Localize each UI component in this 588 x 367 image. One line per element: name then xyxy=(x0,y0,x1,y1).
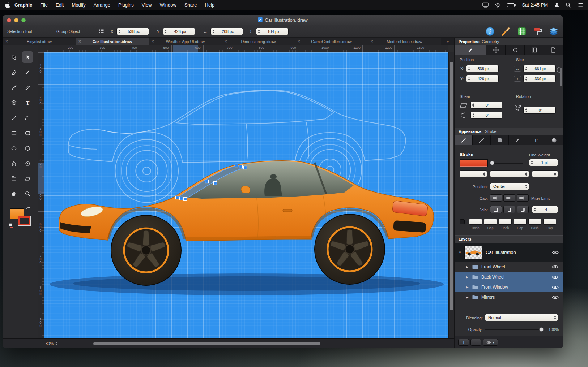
selection-tool[interactable] xyxy=(8,51,20,63)
layer-options-button[interactable]: ▾ xyxy=(483,339,498,346)
tab-stroke[interactable] xyxy=(455,135,473,145)
tab-shape[interactable] xyxy=(506,45,525,55)
wifi-icon[interactable] xyxy=(495,3,501,8)
dash-enable-checkbox[interactable] xyxy=(460,219,465,224)
battery-icon[interactable] xyxy=(507,3,516,7)
menu-window[interactable]: Window xyxy=(160,2,176,8)
dash-field-1[interactable] xyxy=(469,219,482,225)
vertical-scrollbar-thumb[interactable] xyxy=(450,62,453,310)
tab-document[interactable] xyxy=(544,45,563,55)
default-colors-icon[interactable] xyxy=(9,223,14,229)
tab-transform[interactable] xyxy=(486,45,506,55)
layer-row-front-wheel[interactable]: ▶ Front Wheel xyxy=(455,262,563,272)
menu-share[interactable]: Share xyxy=(184,2,197,8)
brush-tool[interactable] xyxy=(8,82,20,93)
close-tab-icon[interactable]: × xyxy=(225,39,227,44)
display-mirroring-icon[interactable] xyxy=(482,2,489,8)
close-tab-icon[interactable]: × xyxy=(78,39,81,44)
hand-tool[interactable] xyxy=(8,188,20,199)
shear-tool[interactable] xyxy=(22,173,33,184)
toolbar-width-field[interactable]: 208 px xyxy=(210,28,243,35)
menu-clock[interactable]: Sat 2:45 PM xyxy=(522,2,548,8)
info-button[interactable]: i xyxy=(485,26,495,36)
toolbar-height-field[interactable]: 104 px xyxy=(256,28,289,35)
rotation-field[interactable]: 0° xyxy=(523,107,556,114)
stepper-arrows[interactable] xyxy=(483,172,485,176)
spotlight-search-icon[interactable] xyxy=(566,2,571,8)
tab-overflow-button[interactable]: » xyxy=(441,38,454,45)
stroke-color-well[interactable] xyxy=(460,159,488,167)
apple-menu-icon[interactable] xyxy=(5,2,10,8)
stroke-position-dropdown[interactable]: Center xyxy=(490,183,529,190)
stepper-arrows[interactable] xyxy=(525,172,527,176)
zoom-stepper[interactable] xyxy=(55,342,57,345)
close-tab-icon[interactable]: × xyxy=(371,39,373,44)
disclosure-closed-icon[interactable]: ▶ xyxy=(465,265,469,269)
visibility-eye-icon[interactable] xyxy=(548,282,559,292)
artboard-tool[interactable] xyxy=(8,173,20,184)
tab-car-illustration[interactable]: ×Car Illustration.idraw xyxy=(76,38,149,45)
direct-selection-tool[interactable] xyxy=(22,51,33,63)
join-bevel-button[interactable] xyxy=(517,206,529,213)
layer-row-car-illustration[interactable]: ▼ Car Illustration xyxy=(455,243,563,262)
opacity-slider[interactable] xyxy=(485,329,543,330)
zoom-window-button[interactable] xyxy=(21,18,26,22)
dash-field-2[interactable] xyxy=(484,219,497,225)
size-height-field[interactable]: 339 px xyxy=(523,75,556,82)
swap-colors-icon[interactable] xyxy=(25,206,31,213)
layers-button[interactable] xyxy=(549,26,558,36)
stepper-arrows[interactable] xyxy=(554,172,556,176)
layer-row-mirrors[interactable]: ▶ Mirrors xyxy=(455,292,563,302)
stroke-width-slider[interactable] xyxy=(491,163,523,164)
disclosure-closed-icon[interactable]: ▶ xyxy=(465,285,469,289)
visibility-eye-icon[interactable] xyxy=(548,272,559,282)
vertical-ruler[interactable]: 100 200 300 400 500 600 700 800 900 xyxy=(38,52,44,338)
menu-edit[interactable]: Edit xyxy=(56,2,64,8)
add-layer-button[interactable]: + xyxy=(458,339,469,346)
layer-row-front-window[interactable]: ▶ Front Window xyxy=(455,282,563,292)
rounded-rectangle-tool[interactable] xyxy=(22,127,33,139)
pencil-tool[interactable] xyxy=(22,82,33,93)
dash-field-5[interactable] xyxy=(528,219,541,225)
tab-pen-style[interactable] xyxy=(509,135,527,145)
knife-tool[interactable] xyxy=(8,66,20,78)
canvas[interactable] xyxy=(44,52,448,338)
position-y-field[interactable]: 426 px xyxy=(466,75,499,82)
close-tab-icon[interactable]: × xyxy=(5,39,8,44)
polygon-tool[interactable] xyxy=(22,142,33,154)
dash-field-4[interactable] xyxy=(514,219,527,225)
tab-text-style[interactable]: T xyxy=(527,135,545,145)
tab-fill[interactable] xyxy=(491,135,509,145)
tab-grid[interactable] xyxy=(525,45,544,55)
ellipse-tool[interactable] xyxy=(8,142,20,154)
cap-projecting-button[interactable] xyxy=(517,194,529,202)
join-round-button[interactable] xyxy=(503,206,515,213)
blending-dropdown[interactable]: Normal xyxy=(485,314,558,321)
tab-gamecontrollers[interactable]: ×GameControllers.idraw xyxy=(295,38,368,45)
minimize-window-button[interactable] xyxy=(14,18,18,22)
paint-roller-button[interactable] xyxy=(533,26,542,36)
stroke-width-slider-knob[interactable] xyxy=(490,161,494,165)
stepper-arrows[interactable] xyxy=(525,185,527,188)
disclosure-closed-icon[interactable]: ▶ xyxy=(465,295,469,299)
menu-view[interactable]: View xyxy=(142,2,152,8)
size-width-field[interactable]: 661 px xyxy=(523,65,556,72)
user-icon[interactable] xyxy=(554,2,559,8)
layer-row-back-wheel[interactable]: ▶ Back Wheel xyxy=(455,272,563,282)
freeform-shape-tool[interactable] xyxy=(22,157,33,169)
toolbar-y-field[interactable]: 426 px xyxy=(163,28,195,35)
tab-pen-geometry[interactable] xyxy=(455,45,486,55)
stroke-style-picker-1[interactable] xyxy=(460,170,487,177)
stepper-arrows[interactable] xyxy=(554,316,556,319)
dash-field-3[interactable] xyxy=(499,219,512,225)
notification-list-icon[interactable] xyxy=(577,3,583,8)
close-tab-icon[interactable]: × xyxy=(298,39,300,44)
disclosure-open-icon[interactable]: ▼ xyxy=(458,251,462,254)
line-weight-field[interactable]: 1 pt xyxy=(529,159,558,166)
tab-effects[interactable] xyxy=(545,135,563,145)
menu-modify[interactable]: Modify xyxy=(72,2,85,8)
tab-weather-app-ui[interactable]: ×Weather App UI.idraw xyxy=(149,38,222,45)
horizontal-ruler[interactable]: 200 300 400 500 600 700 800 900 1000 110… xyxy=(44,45,448,52)
arrange-grid-icon[interactable] xyxy=(98,25,104,37)
zoom-tool[interactable] xyxy=(22,188,33,199)
